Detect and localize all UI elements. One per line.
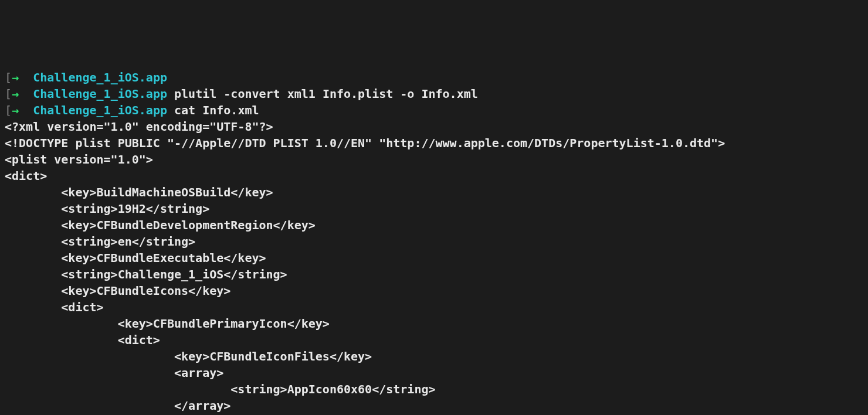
output-line: <key>CFBundlePrimaryIcon</key> xyxy=(5,315,863,332)
prompt-line-2[interactable]: [→ Challenge_1_iOS.app cat Info.xml xyxy=(5,102,863,118)
output-line: <array> xyxy=(5,365,863,381)
output-line: <string>AppIcon60x60</string> xyxy=(5,381,863,397)
prompt-directory: Challenge_1_iOS.app xyxy=(33,87,167,101)
output-line: <string>en</string> xyxy=(5,233,863,250)
output-line: </array> xyxy=(5,397,863,414)
prompt-directory: Challenge_1_iOS.app xyxy=(33,103,167,117)
output-line: <key>CFBundleIconFiles</key> xyxy=(5,348,863,365)
command-text[interactable]: plutil -convert xml1 Info.plist -o Info.… xyxy=(174,87,478,101)
output-line: <key>CFBundleDevelopmentRegion</key> xyxy=(5,217,863,233)
bracket-icon: [ xyxy=(5,70,12,84)
prompt-line-0[interactable]: [→ Challenge_1_iOS.app xyxy=(5,69,863,86)
prompt-directory: Challenge_1_iOS.app xyxy=(33,70,167,84)
output-line: <key>CFBundleExecutable</key> xyxy=(5,250,863,266)
output-line: <plist version="1.0"> xyxy=(5,151,863,168)
output-line: <dict> xyxy=(5,168,863,184)
output-line: <key>CFBundleIcons</key> xyxy=(5,283,863,299)
output-line: <!DOCTYPE plist PUBLIC "-//Apple//DTD PL… xyxy=(5,135,863,151)
output-line: <string>19H2</string> xyxy=(5,200,863,217)
prompt-line-1[interactable]: [→ Challenge_1_iOS.app plutil -convert x… xyxy=(5,86,863,102)
bracket-icon: [ xyxy=(5,103,12,117)
arrow-icon: → xyxy=(12,70,19,84)
output-line: <key>BuildMachineOSBuild</key> xyxy=(5,184,863,200)
arrow-icon: → xyxy=(12,103,19,117)
output-line: <dict> xyxy=(5,299,863,315)
command-text[interactable]: cat Info.xml xyxy=(174,103,259,117)
output-line: <string>Challenge_1_iOS</string> xyxy=(5,266,863,283)
output-line: <dict> xyxy=(5,332,863,348)
bracket-icon: [ xyxy=(5,87,12,101)
arrow-icon: → xyxy=(12,87,19,101)
terminal-window[interactable]: [→ Challenge_1_iOS.app[→ Challenge_1_iOS… xyxy=(5,69,863,415)
output-line: <?xml version="1.0" encoding="UTF-8"?> xyxy=(5,118,863,135)
